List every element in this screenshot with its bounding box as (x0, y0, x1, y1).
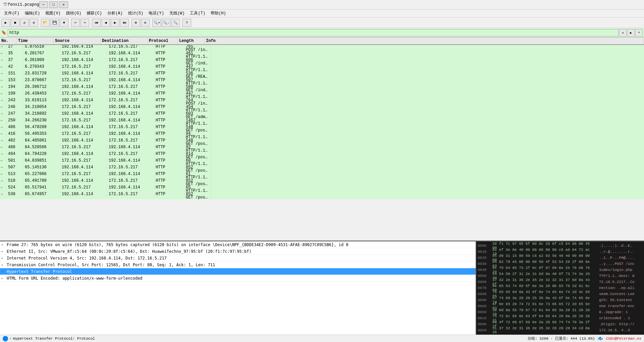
menu-capture[interactable]: 捕获(C) (84, 10, 105, 17)
detail-row[interactable]: ▾ Hypertext Transfer Protocol (0, 268, 476, 275)
menu-stats[interactable]: 统计(S) (125, 10, 146, 17)
hex-offset: 00e0 (478, 328, 490, 332)
menu-go[interactable]: 跳转(G) (63, 10, 84, 17)
filter-clear-button[interactable]: ✕ (619, 29, 627, 37)
hex-bytes: 31 37 32 2e 31 36 2e 35 2e 20 20 20 34 c… (492, 326, 596, 334)
expand-icon[interactable]: ▸ (1, 249, 7, 253)
hex-offset: 00d0 (478, 322, 490, 326)
toolbar-last[interactable]: ⏭ (120, 19, 129, 27)
hex-ascii: TTP/1.1..Host: 0 (599, 274, 643, 278)
close-button[interactable]: ✕ (59, 1, 68, 8)
toolbar-autoscroll[interactable]: ⊖ (141, 19, 150, 27)
hex-offset: 00a0 (478, 304, 490, 308)
toolbar: ▶ ■ ↺ ⊙ 📂 💾 ✖ ↩ ↪ ⏮ ◀ ▶ ⏭ ⊕ ⊖ 🔍+ 🔍- 🔍 ? (0, 17, 644, 28)
main-content: No. Time Source Destination Protocol Len… (0, 38, 644, 335)
fish-icon: 🐟 (597, 336, 603, 341)
toolbar-options[interactable]: ⊙ (30, 19, 38, 27)
expand-icon[interactable]: ▸ (1, 263, 7, 267)
toolbar-save[interactable]: 💾 (50, 19, 59, 27)
hex-line: 00e0 31 37 32 2e 31 36 2e 35 2e 20 20 20… (478, 327, 643, 333)
menu-wireless[interactable]: 无线(W) (167, 10, 187, 17)
menubar: 文件(F) 编辑(E) 视图(V) 跳转(G) 捕获(C) 分析(A) 统计(S… (0, 9, 644, 17)
col-no: No. (0, 38, 17, 44)
hex-offset: 0090 (478, 298, 490, 302)
detail-text: Ethernet II, Src: VMware_8f:c5:64 (00:0c… (7, 249, 252, 254)
hex-offset: 00c0 (478, 316, 490, 320)
menu-phone[interactable]: 电话(Y) (146, 10, 167, 17)
toolbar-next[interactable]: ▶ (111, 19, 119, 27)
table-row[interactable]: → 530 65.674957 192.168.4.114 172.16.5.2… (0, 192, 644, 199)
menu-view[interactable]: 视图(V) (43, 10, 63, 17)
hex-offset: 0000 (478, 244, 490, 248)
hex-ascii: .Origin: http:// (599, 322, 643, 326)
filter-bookmark-button[interactable]: + (635, 29, 643, 37)
detail-row[interactable]: ▸ HTML Form URL Encoded: application/x-w… (0, 275, 476, 282)
hex-ascii: 0..Upgrade: 1 (599, 310, 643, 314)
col-protocol: Protocol (148, 38, 178, 44)
hex-ascii: urlencoded . 1 (599, 316, 643, 320)
hex-ascii: ..1..P...PH@.... (599, 256, 643, 260)
toolbar-open[interactable]: 📂 (41, 19, 50, 27)
hex-offset: 0020 (478, 256, 490, 260)
hex-ascii: .|.....)..d..E. (599, 244, 643, 248)
toolbar-first[interactable]: ⏮ (92, 19, 101, 27)
filterbar: 🔖 ✕ ▶ + (0, 28, 644, 38)
detail-text: Hypertext Transfer Protocol (7, 269, 72, 274)
hex-offset: 00b0 (478, 310, 490, 314)
filter-input[interactable] (8, 29, 619, 37)
toolbar-colorize[interactable]: ⊕ (131, 19, 140, 27)
packet-list: No. Time Source Destination Protocol Len… (0, 38, 644, 241)
menu-tools[interactable]: 工具(T) (187, 10, 208, 17)
menu-file[interactable]: 文件(F) (1, 10, 22, 17)
packet-scroll[interactable]: → 27 5.875510 192.168.4.114 172.16.5.217… (0, 45, 644, 240)
status-indicator (3, 336, 8, 341)
toolbar-zoom-reset[interactable]: 🔍 (171, 19, 180, 27)
toolbar-prev[interactable]: ◀ (101, 19, 110, 27)
toolbar-zoom-out[interactable]: 🔍- (162, 19, 170, 27)
col-time: Time (17, 38, 54, 44)
hex-offset: 0060 (478, 280, 490, 284)
toolbar-close[interactable]: ✖ (60, 19, 68, 27)
toolbar-stop[interactable]: ■ (11, 19, 19, 27)
menu-analyze[interactable]: 分析(A) (105, 10, 125, 17)
statusbar: ✓ Hypertext Transfer Protocol: Protocol … (0, 335, 644, 342)
toolbar-help[interactable]: ? (182, 19, 191, 27)
col-length: Length (178, 38, 205, 44)
expand-icon[interactable]: ▸ (1, 243, 7, 247)
detail-row[interactable]: ▸ Ethernet II, Src: VMware_8f:c5:64 (00:… (0, 248, 476, 255)
filter-apply-button[interactable]: ▶ (627, 29, 635, 37)
hex-offset: 0010 (478, 250, 490, 254)
toolbar-start[interactable]: ▶ (1, 19, 10, 27)
hex-ascii: 172.16.5. 4..5 (599, 328, 643, 332)
detail-text: Internet Protocol Version 4, Src: 192.16… (7, 256, 167, 261)
toolbar-back[interactable]: ↩ (71, 19, 80, 27)
menu-edit[interactable]: 编辑(E) (22, 10, 43, 17)
detail-text: Transmission Control Protocol, Src Port:… (7, 263, 215, 267)
hex-ascii: 72.16.5.2217..Co (599, 280, 643, 284)
detail-row[interactable]: ▸ Transmission Control Protocol, Src Por… (0, 262, 476, 268)
minimize-button[interactable]: ─ (39, 1, 48, 8)
expand-icon[interactable]: ▸ (1, 256, 7, 260)
status-check: ✓ (9, 336, 12, 341)
toolbar-fwd[interactable]: ↪ (80, 19, 89, 27)
expand-icon[interactable]: ▾ (1, 270, 7, 274)
detail-panel: ▸ Frame 27: 765 bytes on wire (6120 bits… (0, 241, 476, 335)
packet-count: 分组: 3260 · 已显示: 444 (13.6%) (528, 336, 595, 341)
menu-help[interactable]: 帮助(H) (208, 10, 229, 17)
col-info: Info (205, 38, 644, 44)
status-text: Hypertext Transfer Protocol: Protocol (13, 337, 95, 341)
hex-ascii: ..y....POST /inc (599, 262, 643, 266)
bottom-panel: ▸ Frame 27: 765 bytes on wire (6120 bits… (0, 241, 644, 335)
brand-text: CSDn@Peterman.ex (606, 337, 641, 341)
maximize-button[interactable]: □ (49, 1, 58, 8)
detail-text: HTML Form URL Encoded: application/x-www… (7, 276, 143, 281)
detail-row[interactable]: ▸ Internet Protocol Version 4, Src: 192.… (0, 255, 476, 262)
hex-offset: 0070 (478, 286, 490, 290)
col-destination: Destination (101, 38, 148, 44)
hex-offset: 0050 (478, 274, 490, 278)
hex-ascii: gth: 55.Content (599, 298, 643, 302)
detail-row[interactable]: ▸ Frame 27: 765 bytes on wire (6120 bits… (0, 241, 476, 248)
toolbar-zoom-in[interactable]: 🔍+ (152, 19, 161, 27)
toolbar-restart[interactable]: ↺ (20, 19, 29, 27)
expand-icon[interactable]: ▸ (1, 276, 7, 280)
